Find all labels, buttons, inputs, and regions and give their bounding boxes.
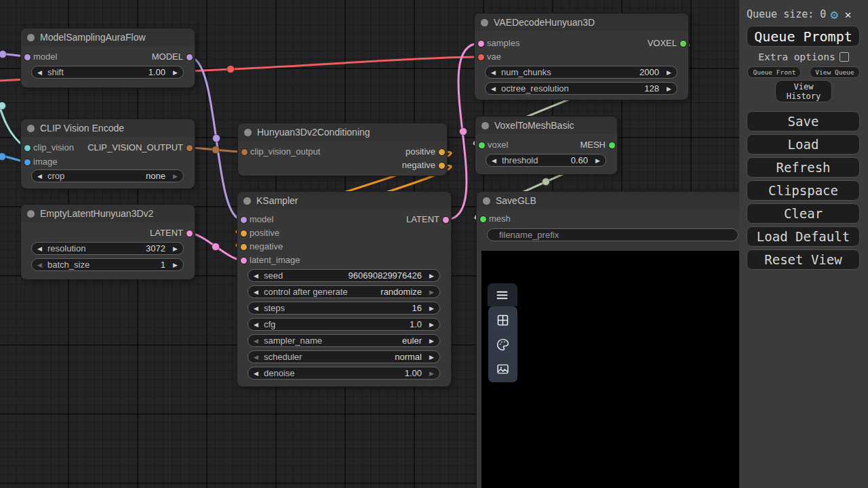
image-icon[interactable] — [488, 357, 517, 381]
MESH-output-dot[interactable] — [609, 142, 615, 148]
negative-input-dot[interactable] — [241, 244, 247, 250]
node-collapse-dot-icon[interactable] — [27, 125, 35, 132]
latent_image-input-dot[interactable] — [241, 258, 247, 264]
shift-decrement-arrow-icon[interactable]: ◀ — [37, 67, 42, 78]
save-button[interactable]: Save — [747, 111, 860, 131]
LATENT-output-dot[interactable] — [443, 217, 449, 223]
sampler_name-widget[interactable]: ◀▶eulersampler_name — [248, 334, 440, 347]
mesh-link-reroute-dot[interactable] — [542, 178, 550, 186]
node-collapse-dot-icon[interactable] — [483, 197, 490, 205]
scheduler-increment-arrow-icon[interactable]: ▶ — [429, 352, 434, 363]
node-title-bar[interactable]: VoxelToMeshBasic — [475, 117, 617, 134]
model-to-ksampler-link-reroute-dot[interactable] — [213, 135, 220, 142]
queue-front-button[interactable]: Queue Front — [747, 66, 801, 78]
batch_size-widget[interactable]: ◀▶1batch_size — [31, 258, 184, 271]
batch_size-decrement-arrow-icon[interactable]: ◀ — [37, 260, 42, 270]
node-graph-canvas[interactable]: ModelSamplingAuraFlowmodelMODEL◀▶1.00shi… — [0, 0, 739, 488]
node-collapse-dot-icon[interactable] — [243, 197, 251, 205]
node-collapse-dot-icon[interactable] — [27, 34, 35, 41]
node-title-bar[interactable]: KSampler — [237, 192, 451, 209]
resolution-widget[interactable]: ◀▶3072resolution — [31, 242, 184, 255]
image-stub-link-reroute-dot[interactable] — [0, 153, 6, 161]
load-default-button[interactable]: Load Default — [747, 226, 860, 247]
model-input-dot[interactable] — [24, 54, 31, 60]
image-input-dot[interactable] — [24, 159, 31, 165]
shift-increment-arrow-icon[interactable]: ▶ — [173, 67, 178, 78]
node-collapse-dot-icon[interactable] — [481, 19, 488, 26]
sampler_name-increment-arrow-icon[interactable]: ▶ — [429, 336, 434, 346]
control after generate-decrement-arrow-icon[interactable]: ◀ — [254, 287, 258, 298]
node-ksampler[interactable]: KSamplermodelpositivenegativelatent_imag… — [237, 192, 451, 386]
node-empty-latent-hunyuan3dv2[interactable]: EmptyLatentHunyuan3Dv2LATENT◀▶3072resolu… — [21, 205, 195, 279]
model-stub-link-reroute-dot[interactable] — [0, 51, 7, 58]
octree_resolution-increment-arrow-icon[interactable]: ▶ — [667, 83, 671, 94]
extra-options-checkbox[interactable] — [840, 52, 849, 62]
scheduler-decrement-arrow-icon[interactable]: ◀ — [254, 352, 258, 363]
threshold-increment-arrow-icon[interactable]: ▶ — [595, 155, 600, 166]
resolution-increment-arrow-icon[interactable]: ▶ — [173, 243, 178, 254]
node-title-bar[interactable]: VAEDecodeHunyuan3D — [475, 14, 688, 31]
node-collapse-dot-icon[interactable] — [481, 122, 489, 129]
crop-widget[interactable]: ◀▶nonecrop — [31, 169, 184, 182]
vae-link-reroute-dot[interactable] — [227, 66, 235, 73]
node-save-glb[interactable]: SaveGLBmeshfilename_prefix — [477, 192, 739, 488]
control after generate-increment-arrow-icon[interactable]: ▶ — [429, 287, 434, 298]
denoise-decrement-arrow-icon[interactable]: ◀ — [254, 368, 258, 379]
node-voxel-to-mesh-basic[interactable]: VoxelToMeshBasicvoxelMESH◀▶0.60threshold — [475, 117, 617, 174]
load-button[interactable]: Load — [747, 134, 860, 155]
num_chunks-decrement-arrow-icon[interactable]: ◀ — [491, 67, 496, 78]
positive-output-dot[interactable] — [439, 149, 445, 155]
steps-widget[interactable]: ◀▶16steps — [248, 302, 440, 314]
cfg-decrement-arrow-icon[interactable]: ◀ — [254, 319, 258, 330]
queue-prompt-button[interactable]: Queue Prompt — [747, 26, 860, 47]
settings-gear-icon[interactable]: ⚙ — [830, 7, 837, 21]
menu-icon[interactable] — [488, 283, 517, 307]
close-icon[interactable]: ✕ — [845, 8, 852, 21]
model-input-dot[interactable] — [241, 217, 247, 223]
num_chunks-widget[interactable]: ◀▶2000num_chunks — [485, 66, 677, 79]
cfg-increment-arrow-icon[interactable]: ▶ — [429, 319, 434, 330]
node-hunyuan3dv2-conditioning[interactable]: Hunyuan3Dv2Conditioningclip_vision_outpu… — [238, 123, 447, 176]
steps-decrement-arrow-icon[interactable]: ◀ — [254, 303, 258, 314]
resolution-decrement-arrow-icon[interactable]: ◀ — [37, 243, 42, 254]
VOXEL-output-dot[interactable] — [680, 41, 686, 47]
grid-icon[interactable] — [488, 308, 517, 332]
octree_resolution-widget[interactable]: ◀▶128octree_resolution — [485, 82, 677, 95]
reset-view-button[interactable]: Reset View — [747, 249, 860, 270]
refresh-button[interactable]: Refresh — [747, 157, 860, 178]
clear-button[interactable]: Clear — [747, 203, 860, 224]
crop-decrement-arrow-icon[interactable]: ◀ — [37, 171, 42, 182]
view-history-button[interactable]: View History — [775, 80, 832, 102]
mesh-input-dot[interactable] — [480, 216, 486, 222]
CLIP_VISION_OUTPUT-output-dot[interactable] — [186, 145, 193, 151]
seed-decrement-arrow-icon[interactable]: ◀ — [254, 270, 258, 281]
view-queue-button[interactable]: View Queue — [810, 66, 859, 78]
seed-widget[interactable]: ◀▶960690829976426seed — [248, 269, 440, 282]
negative-output-dot[interactable] — [439, 163, 445, 169]
MODEL-output-dot[interactable] — [186, 54, 193, 60]
node-title-bar[interactable]: SaveGLB — [477, 192, 739, 209]
node-clip-vision-encode[interactable]: CLIP Vision Encodeclip_visionimageCLIP_V… — [21, 119, 195, 188]
node-model-sampling-auraflow[interactable]: ModelSamplingAuraFlowmodelMODEL◀▶1.00shi… — [21, 28, 195, 87]
node-collapse-dot-icon[interactable] — [244, 129, 252, 136]
filename_prefix-widget[interactable]: filename_prefix — [487, 228, 738, 241]
octree_resolution-decrement-arrow-icon[interactable]: ◀ — [491, 83, 496, 94]
scheduler-widget[interactable]: ◀▶normalscheduler — [248, 350, 440, 363]
3d-preview-viewport[interactable] — [481, 251, 739, 488]
batch_size-increment-arrow-icon[interactable]: ▶ — [173, 260, 178, 270]
node-collapse-dot-icon[interactable] — [27, 210, 35, 218]
samples-input-dot[interactable] — [478, 41, 484, 47]
clip-vision-output-link-reroute-dot[interactable] — [212, 146, 220, 154]
control after generate-widget[interactable]: ◀▶randomizecontrol after generate — [248, 285, 440, 298]
denoise-increment-arrow-icon[interactable]: ▶ — [429, 368, 434, 379]
steps-increment-arrow-icon[interactable]: ▶ — [429, 303, 434, 314]
node-vae-decode-hunyuan3d[interactable]: VAEDecodeHunyuan3DsamplesvaeVOXEL◀▶2000n… — [475, 14, 688, 100]
node-title-bar[interactable]: EmptyLatentHunyuan3Dv2 — [21, 205, 195, 222]
threshold-widget[interactable]: ◀▶0.60threshold — [486, 154, 606, 167]
voxel-input-dot[interactable] — [479, 142, 485, 148]
clip-vision-stub-link-reroute-dot[interactable] — [0, 102, 6, 110]
vae-input-dot[interactable] — [478, 54, 484, 60]
shift-widget[interactable]: ◀▶1.00shift — [31, 66, 184, 79]
cfg-widget[interactable]: ◀▶1.0cfg — [248, 318, 440, 331]
node-title-bar[interactable]: ModelSamplingAuraFlow — [21, 28, 195, 46]
